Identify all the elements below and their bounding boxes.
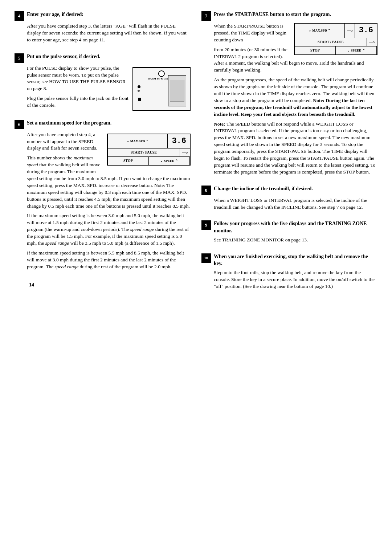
step-8: 8 Change the incline of the treadmill, i… [201,185,377,214]
control-panel-step6: ⌄ MAX.SPD ⌃ 3.6 START / PAUSE —o STOP ⌄ … [107,134,191,166]
speed-display-step6: 3.6 [168,134,190,148]
step-4: 4 Enter your age, if desired: After you … [15,11,191,46]
startpause-btn-r: START / PAUSE [295,38,367,46]
step-8-number: 8 [201,186,211,195]
step-9: 9 Follow your progress with the five dis… [201,220,377,246]
step-4-body: After you have completed step 3, the let… [27,23,191,44]
maxspd-btn: ⌄ MAX.SPD ⌃ [108,134,168,148]
step-4-number: 4 [15,11,24,21]
speed-display-step7: 3.6 [355,24,377,38]
step-8-body: When a WEIGHT LOSS or INTERVAL program i… [214,197,377,211]
step-5-title: Put on the pulse sensor, if desired. [27,53,100,60]
step-7: 7 Press the START/PAUSE button to start … [201,11,377,179]
step-6: 6 Set a maximum speed for the program. ⌄… [15,119,191,273]
step-4-title: Enter your age, if desired: [27,11,83,18]
step-9-title: Follow your progress with the five displ… [214,220,377,234]
step-5: 5 Put on the pulse sensor, if desired. W… [15,53,191,113]
step-10-body: Step onto the foot rails, stop the walki… [214,269,377,290]
step-6-number: 6 [15,120,24,129]
indicator-r1: —o [345,24,355,38]
stop-btn-r: STOP [295,46,336,54]
step-7-title: Press the START/PAUSE button to start th… [214,11,331,18]
console-illustration: WARM-UP & Cool-down ■ [132,67,191,111]
indicator1: —o [180,148,190,156]
control-panel-step7: ⌄ MAX.SPD ⌃ —o 3.6 START / PAUSE —o STOP [294,23,377,55]
step-8-title: Change the incline of the treadmill, if … [214,185,313,192]
step-6-title: Set a maximum speed for the program. [27,119,111,127]
right-column: 7 Press the START/PAUSE button to start … [201,11,377,299]
step-9-number: 9 [201,220,211,230]
speed-btn-r: ⌄ SPEED ⌃ [336,46,377,54]
step-10: 10 When you are finished exercising, sto… [201,253,377,293]
step-10-number: 10 [201,253,211,263]
step-5-number: 5 [15,53,24,63]
step-7-body3: As the program progresses, the speed of … [214,77,377,118]
step-9-body: See TRAINING ZONE MONITOR on page 13. [214,237,377,244]
page-number: 14 [29,281,34,289]
speed-btn: ⌄ SPEED ⌃ [149,157,190,165]
step-6-body4: If the maximum speed setting is between … [27,250,191,270]
step-10-title: When you are finished exercising, stop t… [214,253,377,267]
maxspd-btn-r: ⌄ MAX.SPD ⌃ [295,24,345,38]
step-7-body4: Note: The SPEED buttons will not respond… [214,121,377,176]
left-column: 4 Enter your age, if desired: After you … [15,11,191,299]
stop-btn: STOP [108,157,149,165]
step-6-body3: If the maximum speed setting is between … [27,212,191,247]
step-7-number: 7 [201,11,211,21]
startpause-btn: START / PAUSE [108,148,180,156]
indicator-r2: —o [367,38,377,46]
